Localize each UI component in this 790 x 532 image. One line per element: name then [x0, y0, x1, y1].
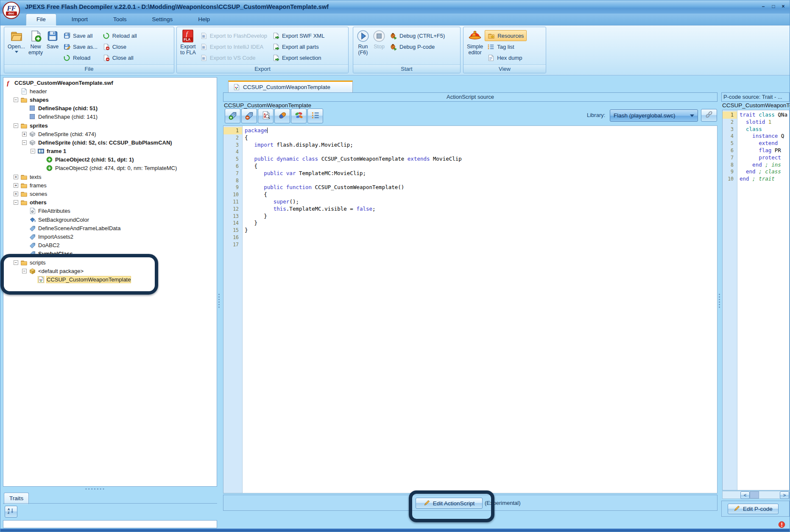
tab-traits[interactable]: Traits: [4, 493, 29, 504]
expand-icon[interactable]: +: [14, 175, 18, 179]
tree-item[interactable]: DefineShape (chid: 51): [3, 104, 217, 113]
sprite-icon: [29, 139, 36, 146]
tree-item[interactable]: CCSUP_CustomWeaponTemplate: [3, 275, 217, 284]
menu-tab-settings[interactable]: Settings: [142, 14, 183, 25]
collapse-icon[interactable]: −: [14, 260, 18, 265]
expand-icon[interactable]: +: [14, 183, 18, 188]
link-library-button[interactable]: [701, 109, 717, 122]
vertical-splitter-handle[interactable]: [218, 294, 220, 308]
menu-tab-help[interactable]: Help: [188, 14, 220, 25]
collapse-icon[interactable]: −: [31, 149, 35, 153]
collapse-icon[interactable]: −: [14, 200, 18, 205]
code-line: 15}: [223, 227, 717, 234]
tree-item[interactable]: DoABC2: [3, 241, 217, 250]
tree-item[interactable]: PlaceObject2 (chid: 51, dpt: 1): [3, 156, 217, 164]
flash-icon: f: [5, 79, 12, 86]
scroll-left-button[interactable]: <: [740, 491, 750, 499]
collapse-icon[interactable]: −: [14, 123, 18, 128]
expand-icon[interactable]: +: [22, 132, 27, 136]
sort-az-button[interactable]: AZ: [5, 506, 17, 518]
menu-tab-import[interactable]: Import: [61, 14, 98, 25]
ribbon-item[interactable]: Resources: [485, 30, 527, 41]
tree-item[interactable]: −<default package>: [3, 267, 217, 275]
ribbon-item[interactable]: Save as...: [61, 41, 100, 52]
deobfuscation-pill-button[interactable]: [274, 109, 290, 123]
reload-icon: [103, 32, 110, 39]
ribbon-item[interactable]: Export SWF XML: [270, 30, 327, 41]
tree-item[interactable]: SymbolClass: [3, 250, 217, 258]
edit-pcode-button[interactable]: Edit P-code: [728, 504, 779, 514]
collapse-icon[interactable]: −: [14, 97, 18, 102]
ribbon-item[interactable]: Debug P-code: [387, 41, 447, 52]
edit-actionscript-button[interactable]: Edit ActionScript: [416, 498, 483, 509]
collapse-icon[interactable]: −: [22, 140, 27, 145]
tag-remove-button[interactable]: [241, 109, 257, 123]
tree-item[interactable]: +frames: [3, 181, 217, 189]
minimize-button[interactable]: –: [759, 3, 768, 10]
tree-item[interactable]: −frame 1: [3, 147, 217, 156]
document-tab-label: CCSUP_CustomWeaponTemplate: [243, 84, 330, 90]
rename-pills-button[interactable]: [291, 109, 307, 123]
ribbon-item[interactable]: New empty: [27, 28, 45, 64]
tree-item[interactable]: −DefineSprite (chid: 52, cls: CCSUP_BubP…: [3, 138, 217, 147]
scrollbar-track[interactable]: [759, 491, 780, 499]
ribbon-item[interactable]: Reload all: [100, 30, 140, 41]
tag-add-button[interactable]: [225, 109, 240, 123]
export-gray-icon: [200, 54, 207, 61]
tree-item[interactable]: −scripts: [3, 258, 217, 267]
library-dropdown[interactable]: Flash (playerglobal.swc): [610, 109, 698, 122]
close-button[interactable]: ×: [779, 3, 787, 10]
maximize-button[interactable]: □: [769, 3, 778, 10]
list-view-button[interactable]: [307, 109, 323, 123]
line-number: 6: [723, 147, 737, 154]
scrollbar-thumb[interactable]: [750, 491, 759, 499]
actionscript-code-editor[interactable]: 1package2{3 import flash.display.MovieCl…: [223, 125, 717, 493]
ribbon-item[interactable]: Reload: [61, 52, 100, 63]
tree-item[interactable]: SetBackgroundColor: [3, 215, 217, 224]
tree-item[interactable]: −shapes: [3, 95, 217, 104]
tree-item[interactable]: −others: [3, 198, 217, 207]
pcode-editor[interactable]: 1trait class QNa2 slotid 13 class4 insta…: [722, 110, 790, 490]
line-number: 5: [723, 140, 737, 147]
ribbon-item[interactable]: Open...: [6, 28, 27, 64]
tag-icon: [29, 233, 36, 240]
code-line: 8 end ; ins: [723, 162, 789, 169]
ribbon-item[interactable]: Export selection: [270, 52, 327, 63]
expand-icon[interactable]: +: [14, 192, 18, 196]
tree-item[interactable]: PlaceObject2 (chid: 474, dpt: 0, nm: Tem…: [3, 164, 217, 173]
ribbon-item[interactable]: Run (F6): [355, 28, 371, 64]
tree-item[interactable]: FileAttributes: [3, 207, 217, 215]
ribbon-item[interactable]: Hex dump: [485, 52, 527, 63]
tree-item[interactable]: fCCSUP_CustomWeaponTemplate.swf: [3, 78, 217, 87]
tree-item[interactable]: −sprites: [3, 121, 217, 130]
pcode-hscrollbar[interactable]: < >: [722, 491, 790, 499]
scroll-right-button[interactable]: >: [780, 491, 789, 499]
ribbon-item[interactable]: fFLAExport to FLA: [179, 28, 198, 64]
error-status-icon[interactable]: [778, 521, 785, 528]
menu-tab-file[interactable]: File: [26, 14, 56, 26]
swf-tree-panel[interactable]: fCCSUP_CustomWeaponTemplate.swfheader−sh…: [3, 77, 217, 487]
vertical-splitter-handle[interactable]: [719, 294, 720, 308]
menu-tab-tools[interactable]: Tools: [103, 14, 137, 25]
tree-item[interactable]: header: [3, 87, 217, 95]
ribbon-item[interactable]: Save: [45, 28, 61, 64]
hexpage-icon: [487, 54, 494, 61]
plus-circle-icon: [46, 164, 53, 172]
find-document-button[interactable]: AB: [258, 109, 274, 123]
tree-item[interactable]: DefineShape (chid: 141): [3, 113, 217, 121]
ribbon-item[interactable]: Close all: [100, 52, 140, 63]
ribbon-item[interactable]: Close: [100, 41, 140, 52]
splitter-handle[interactable]: •••••••: [85, 486, 106, 491]
collapse-icon[interactable]: −: [22, 269, 27, 273]
ribbon-item[interactable]: Export all parts: [270, 41, 327, 52]
tree-item[interactable]: +scenes: [3, 189, 217, 198]
ribbon-item[interactable]: Debug (CTRL+F5): [387, 30, 447, 41]
tree-item[interactable]: ImportAssets2: [3, 232, 217, 241]
tree-item[interactable]: +DefineSprite (chid: 474): [3, 130, 217, 138]
ribbon-item[interactable]: Tag list: [485, 41, 527, 52]
ribbon-item[interactable]: Save all: [61, 30, 100, 41]
tree-item[interactable]: DefineSceneAndFrameLabelData: [3, 224, 217, 232]
tree-item[interactable]: +texts: [3, 173, 217, 181]
document-tab[interactable]: CCSUP_CustomWeaponTemplate: [228, 81, 353, 92]
ribbon-item[interactable]: Simple editor: [465, 28, 485, 64]
